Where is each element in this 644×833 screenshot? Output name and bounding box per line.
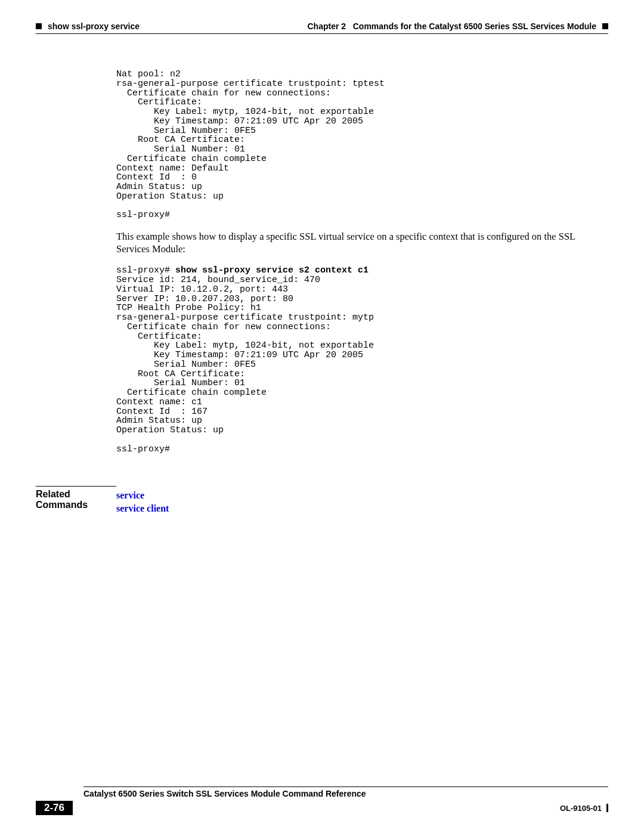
output-body: Service id: 214, bound_service_id: 470 V… xyxy=(116,275,374,454)
related-commands-heading: Related Commands xyxy=(36,486,116,510)
code-output-2: ssl-proxy# show ssl-proxy service s2 con… xyxy=(116,266,608,454)
square-icon xyxy=(602,23,608,29)
prompt: ssl-proxy# xyxy=(116,265,175,275)
bar-icon xyxy=(606,804,608,812)
square-icon xyxy=(36,23,42,29)
code-output-1: Nat pool: n2 rsa-general-purpose certifi… xyxy=(116,70,608,220)
document-id: OL-9105-01 xyxy=(560,804,602,813)
page-number: 2-76 xyxy=(36,801,73,815)
related-link-service[interactable]: service xyxy=(116,489,169,502)
header-chapter: Chapter 2 Commands for the Catalyst 6500… xyxy=(308,21,609,31)
example-description: This example shows how to display a spec… xyxy=(116,231,608,255)
section-title: show ssl-proxy service xyxy=(48,21,140,31)
command: show ssl-proxy service s2 context c1 xyxy=(175,265,369,275)
related-link-service-client[interactable]: service client xyxy=(116,502,169,515)
footer-book-title: Catalyst 6500 Series Switch SSL Services… xyxy=(83,787,608,798)
header-section: show ssl-proxy service xyxy=(36,21,140,31)
chapter-title: Commands for the Catalyst 6500 Series SS… xyxy=(353,21,596,31)
chapter-label: Chapter 2 xyxy=(308,21,346,31)
